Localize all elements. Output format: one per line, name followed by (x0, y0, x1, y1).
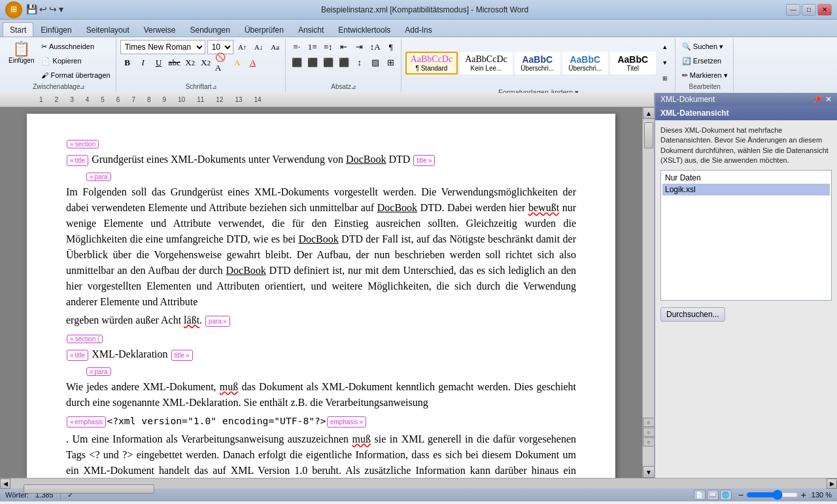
sort-button[interactable]: ↕A (368, 40, 383, 54)
zoom-slider[interactable] (746, 490, 798, 500)
emphasis-close-tag[interactable]: emphasis (327, 416, 366, 428)
page-view-web[interactable]: 🌐 (720, 490, 732, 500)
align-right-button[interactable]: ⬛ (321, 56, 335, 70)
xml-views-list[interactable]: Nur Daten Logik.xsl (660, 170, 832, 301)
style-titel[interactable]: AaBbC Titel (610, 52, 656, 75)
zoom-out-button[interactable]: − (738, 490, 743, 500)
tab-ansicht[interactable]: Ansicht (291, 22, 331, 37)
xml-search-button[interactable]: Durchsuchen... (660, 307, 725, 322)
tab-entwicklertools[interactable]: Entwicklertools (331, 22, 398, 37)
tab-seitenlayout[interactable]: Seitenlayout (79, 22, 137, 37)
undo-icon[interactable]: ↩ (39, 4, 47, 15)
font-color-button[interactable]: A (246, 56, 260, 70)
style-standard[interactable]: AaBbCcDc ¶ Standard (405, 52, 458, 75)
para-open-tag-2[interactable]: para (86, 367, 111, 376)
center-button[interactable]: ⬛ (305, 56, 320, 70)
tab-ueberprufen[interactable]: Überprüfen (237, 22, 291, 37)
minimize-button[interactable]: — (786, 4, 800, 16)
align-left-button[interactable]: ⬛ (290, 56, 304, 70)
style-ueberschrift2[interactable]: AaBbC Überschri... (562, 52, 608, 75)
scroll-track[interactable]: ○ ○ ○ (643, 119, 654, 466)
title-close-tag-2[interactable]: title (171, 350, 193, 361)
style-expand[interactable]: ⊞ (658, 71, 672, 86)
bold-button[interactable]: B (120, 56, 135, 70)
vertical-scrollbar[interactable]: ▲ ○ ○ ○ ▼ (642, 107, 654, 478)
para-close-tag-1[interactable]: para (205, 316, 230, 327)
bullets-button[interactable]: ≡· (290, 40, 304, 54)
next-page-button[interactable]: ○ (643, 437, 654, 446)
tab-sendungen[interactable]: Sendungen (182, 22, 237, 37)
group-formatvorlagen: AaBbCcDc ¶ Standard AaBbCcDc Kein Lee...… (403, 39, 675, 92)
style-kein-leerzeichen[interactable]: AaBbCcDc Kein Lee... (460, 52, 513, 75)
italic-button[interactable]: I (136, 56, 150, 70)
horizontal-scrollbar[interactable]: ◀ ▶ (0, 478, 837, 488)
tab-start[interactable]: Start (3, 22, 33, 37)
multilevel-button[interactable]: ≡↕ (321, 40, 335, 54)
xml-panel-pin-icon[interactable]: 📌 (813, 95, 823, 104)
decrease-indent-button[interactable]: ⇤ (337, 40, 351, 54)
zoom-in-button[interactable]: + (801, 490, 806, 500)
scroll-page-buttons: ○ ○ ○ (643, 418, 654, 446)
format-uebertragen-button[interactable]: 🖌 Format übertragen (39, 69, 112, 82)
scroll-down-button[interactable]: ▼ (643, 466, 654, 478)
font-name-select[interactable]: Times New Roman (120, 40, 205, 54)
title-open-tag-2[interactable]: title (67, 350, 88, 361)
style-ueberschrift1[interactable]: AaBbC Überschri... (515, 52, 560, 75)
clear-format-button[interactable]: 🚫A (214, 56, 229, 70)
schriftart-expand-icon[interactable]: ⊿ (212, 84, 217, 90)
emphasis-open-tag[interactable]: emphasis (67, 416, 106, 428)
document-scroll[interactable]: section title Grundgerüst eines XML-Doku… (0, 107, 642, 478)
xml-panel-close-icon[interactable]: ✕ (825, 95, 832, 104)
ausschneiden-button[interactable]: ✂ Ausschneiden (39, 40, 112, 53)
change-case-button[interactable]: Aa (268, 40, 282, 54)
hscroll-left-button[interactable]: ◀ (0, 479, 10, 489)
scroll-mode-button[interactable]: ○ (643, 428, 654, 437)
hscroll-thumb[interactable] (24, 484, 154, 494)
section-open-tag-2[interactable]: section ( (67, 335, 103, 343)
redo-icon[interactable]: ↪ (49, 4, 57, 15)
title-open-tag-1[interactable]: title (67, 155, 88, 166)
page-view-print[interactable]: 📄 (694, 490, 706, 500)
markieren-button[interactable]: ✏ Markieren ▾ (679, 69, 730, 82)
shading-button[interactable]: ▨ (368, 56, 383, 70)
absatz-expand-icon[interactable]: ⊿ (351, 84, 356, 90)
office-button[interactable] (5, 1, 22, 18)
style-scroll-down[interactable]: ▼ (658, 56, 672, 70)
scroll-thumb[interactable] (644, 122, 653, 148)
xml-list-item-nur-daten[interactable]: Nur Daten (662, 172, 830, 184)
grow-font-button[interactable]: A↑ (235, 40, 250, 54)
borders-button[interactable]: ⊞ (384, 56, 398, 70)
para-open-tag-1[interactable]: para (86, 173, 111, 181)
increase-indent-button[interactable]: ⇥ (352, 40, 367, 54)
show-marks-button[interactable]: ¶ (384, 40, 398, 54)
save-icon[interactable]: 💾 (26, 4, 37, 15)
superscript-button[interactable]: X2 (199, 56, 213, 70)
justify-button[interactable]: ⬛ (337, 56, 351, 70)
customize-icon[interactable]: ▾ (59, 4, 63, 15)
section-open-tag-1[interactable]: section (67, 140, 99, 148)
title-close-tag-1[interactable]: title (413, 155, 435, 166)
close-button[interactable]: ✕ (817, 4, 832, 16)
kopieren-button[interactable]: 📄 Kopieren (39, 54, 112, 67)
zwischenablage-expand-icon[interactable]: ⊿ (80, 84, 85, 90)
ersetzen-button[interactable]: 🔄 Ersetzen (679, 54, 724, 67)
tab-einfuegen[interactable]: Einfügen (33, 22, 78, 37)
hscroll-right-button[interactable]: ▶ (827, 479, 837, 489)
prev-page-button[interactable]: ○ (643, 418, 654, 427)
highlight-button[interactable]: A (230, 56, 245, 70)
page-view-reading[interactable]: 📖 (707, 490, 719, 500)
style-scroll-up[interactable]: ▲ (658, 40, 672, 54)
maximize-button[interactable]: □ (802, 4, 816, 16)
shrink-font-button[interactable]: A↓ (252, 40, 266, 54)
line-spacing-button[interactable]: ↕ (352, 56, 367, 70)
underline-button[interactable]: U (152, 56, 166, 70)
tab-addins[interactable]: Add-Ins (398, 22, 439, 37)
strikethrough-button[interactable]: abc (167, 56, 182, 70)
einfuegen-button[interactable]: 📋 Einfügen (5, 40, 37, 66)
numbering-button[interactable]: 1≡ (305, 40, 320, 54)
subscript-button[interactable]: X2 (183, 56, 197, 70)
xml-list-item-logik[interactable]: Logik.xsl (662, 184, 830, 195)
suchen-button[interactable]: 🔍 Suchen ▾ (679, 40, 726, 53)
tab-verweise[interactable]: Verweise (137, 22, 183, 37)
scroll-up-button[interactable]: ▲ (643, 107, 654, 119)
